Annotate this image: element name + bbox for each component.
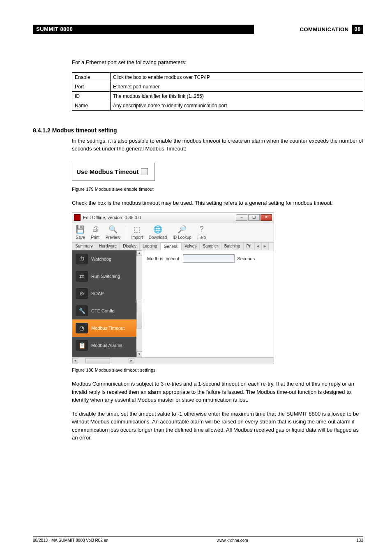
footer-right: 133 — [356, 538, 363, 543]
param-key: Port — [72, 82, 111, 91]
modbus-timeout-unit: Seconds — [237, 256, 255, 261]
toolbar-label: Save — [76, 235, 85, 240]
paragraph-1: In the settings, it is also possible to … — [72, 137, 363, 153]
tab-display[interactable]: Display — [120, 243, 140, 250]
toolbar-label: Preview — [106, 235, 120, 240]
idlookup-button[interactable]: 🔎ID Lookup — [173, 225, 191, 240]
nav-modbusalarms-icon: 📋 — [76, 340, 88, 351]
nav-modbustimeout-icon: ◔ — [76, 323, 88, 333]
header-section-wrap: COMMUNICATION 08 — [254, 25, 363, 34]
nav-label: SOAP — [91, 291, 104, 296]
paragraph-4: To disable the timer, set the timeout va… — [72, 410, 363, 442]
nav-watchdog[interactable]: ⏱Watchdog — [72, 250, 136, 268]
nav-runswitching[interactable]: ⇄Run Switching — [72, 268, 136, 285]
header-product: SUMMIT 8800 — [33, 25, 254, 34]
table-row: NameAny descriptive name to identify com… — [72, 101, 363, 110]
header-chapter: 08 — [352, 25, 363, 34]
table-row: IDThe modbus identifier for this link (1… — [72, 91, 363, 101]
nav-label: CTE Config — [91, 308, 115, 313]
modbus-timeout-input[interactable] — [183, 254, 235, 263]
horizontal-scrollbar: ◄ ► — [72, 357, 274, 364]
param-value: Ethernet port number — [111, 82, 363, 91]
import-icon: ⬚ — [133, 225, 142, 234]
tab-sampler[interactable]: Sampler — [200, 243, 221, 250]
footer-left: 08/2013 - MA SUMMIT 8800 Vol3 R02 en — [33, 538, 108, 543]
toolbar: 💾Save🖨Print🔍Preview⬚Import🌐Download🔎ID L… — [72, 222, 274, 243]
figure-179: Use Modbus Timeout — [72, 163, 155, 181]
nav-modbusalarms[interactable]: 📋Modbus Alarms — [72, 337, 136, 354]
nav-runswitching-icon: ⇄ — [76, 271, 88, 282]
table-row: PortEthernet port number — [72, 82, 363, 91]
nav-modbustimeout[interactable]: ◔Modbus Timeout — [72, 319, 136, 337]
tab-scroll-right-icon[interactable]: ► — [262, 243, 269, 250]
footer-center: www.krohne.com — [217, 538, 248, 543]
window-close-button[interactable]: ✕ — [261, 214, 272, 221]
nav-cteconfig-icon: 🔧 — [76, 305, 88, 316]
use-modbus-timeout-label: Use Modbus Timeout — [76, 168, 138, 175]
tab-valves[interactable]: Valves — [182, 243, 200, 250]
nav-label: Run Switching — [91, 274, 120, 279]
window-minimize-button[interactable]: – — [236, 214, 247, 221]
nav-soap[interactable]: ⚙SOAP — [72, 285, 136, 302]
nav-cteconfig[interactable]: 🔧CTE Config — [72, 302, 136, 319]
nav-soap-icon: ⚙ — [76, 288, 88, 299]
scroll-thumb[interactable] — [136, 300, 142, 328]
preview-icon: 🔍 — [108, 225, 118, 234]
toolbar-label: ID Lookup — [173, 235, 191, 240]
window-titlebar: Edit Offline, version: 0.35.0.0 – ▢ ✕ — [72, 213, 274, 222]
section-heading: 8.4.1.2 Modbus timeout setting — [33, 127, 363, 134]
left-nav: ⏱Watchdog⇄Run Switching⚙SOAP🔧CTE Config◔… — [72, 250, 142, 357]
table-row: EnableClick the box to enable modbus ove… — [72, 72, 363, 82]
scroll-down-icon[interactable]: ▼ — [136, 352, 142, 357]
toolbar-label: Help — [198, 235, 206, 240]
page-footer: 08/2013 - MA SUMMIT 8800 Vol3 R02 en www… — [33, 536, 363, 543]
paragraph-3: Modbus Communication is subject to 3 re-… — [72, 380, 363, 404]
tab-general[interactable]: General — [161, 243, 182, 250]
use-modbus-timeout-checkbox[interactable] — [141, 168, 148, 175]
header-section: COMMUNICATION — [300, 26, 349, 32]
settings-pane: Modbus timeout: Seconds — [142, 250, 274, 357]
tabs-row: SummaryHardwareDisplayLoggingGeneralValv… — [72, 243, 274, 250]
param-key: ID — [72, 91, 111, 101]
window-title: Edit Offline, version: 0.35.0.0 — [83, 215, 236, 220]
tab-pri[interactable]: Pri — [244, 243, 255, 250]
download-button[interactable]: 🌐Download — [149, 225, 167, 240]
modbus-timeout-label: Modbus timeout: — [147, 256, 180, 261]
toolbar-label: Import — [131, 235, 143, 240]
window-maximize-button[interactable]: ▢ — [248, 214, 260, 221]
tab-batching[interactable]: Batching — [221, 243, 244, 250]
save-icon: 💾 — [76, 225, 85, 234]
intro-text: For a Ethernet port set the following pa… — [72, 58, 363, 67]
tab-hardware[interactable]: Hardware — [96, 243, 120, 250]
settings-window: Edit Offline, version: 0.35.0.0 – ▢ ✕ 💾S… — [72, 213, 274, 364]
idlookup-icon: 🔎 — [178, 225, 187, 234]
help-button[interactable]: ?Help — [197, 225, 206, 240]
import-button[interactable]: ⬚Import — [126, 225, 143, 240]
param-value: Click the box to enable modbus over TCP/… — [111, 72, 363, 82]
nav-label: Watchdog — [91, 257, 111, 261]
nav-label: Modbus Timeout — [91, 326, 125, 331]
hscroll-thumb[interactable] — [85, 358, 110, 363]
download-icon: 🌐 — [153, 225, 162, 234]
save-button[interactable]: 💾Save — [76, 225, 85, 240]
nav-label: Modbus Alarms — [91, 343, 122, 348]
hscroll-left-icon[interactable]: ◄ — [72, 358, 78, 363]
toolbar-label: Download — [149, 235, 167, 240]
tab-logging[interactable]: Logging — [140, 243, 161, 250]
tab-scroll-left-icon[interactable]: ◄ — [255, 243, 262, 250]
scroll-up-icon[interactable]: ▲ — [136, 250, 142, 256]
tab-summary[interactable]: Summary — [72, 243, 96, 250]
print-icon: 🖨 — [91, 225, 100, 234]
param-value: The modbus identifier for this link (1..… — [111, 91, 363, 101]
hscroll-right-icon[interactable]: ► — [129, 358, 134, 363]
param-key: Name — [72, 101, 111, 110]
figure-180-caption: Figure 180 Modbus slave timeout settings — [72, 368, 363, 372]
page-header: SUMMIT 8800 COMMUNICATION 08 — [33, 25, 363, 34]
print-button[interactable]: 🖨Print — [91, 225, 100, 240]
param-value: Any descriptive name to identify communi… — [111, 101, 363, 110]
paragraph-2: Check the box is the modbus timeout may … — [72, 199, 363, 207]
content-area: ⏱Watchdog⇄Run Switching⚙SOAP🔧CTE Config◔… — [72, 250, 274, 357]
param-key: Enable — [72, 72, 111, 82]
preview-button[interactable]: 🔍Preview — [106, 225, 120, 240]
toolbar-label: Print — [91, 235, 100, 240]
